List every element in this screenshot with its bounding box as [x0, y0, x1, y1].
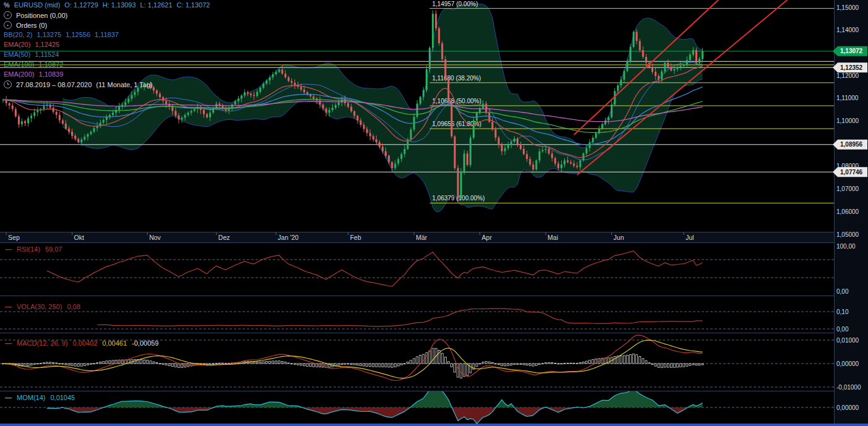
macd-hist-value: -0,00059	[132, 339, 158, 347]
rsi-title: RSI(14)	[17, 245, 40, 253]
ohlc-high: H: 1,13093	[103, 1, 136, 9]
app-root: 1,14957 (0.00%)1,11680 (38.20%)1,10668 (…	[0, 0, 868, 426]
mom-line-icon: —	[5, 394, 12, 401]
macd-signal-value: 0,00461	[102, 339, 127, 347]
bb-label: BB(20, 2)	[4, 31, 32, 38]
vola-title: VOLA(30, 250)	[17, 303, 62, 310]
mom-value: 0,01045	[50, 394, 75, 401]
price-axis[interactable]: 1,150001,140001,130001,120001,110001,100…	[833, 0, 868, 426]
price-tick-label: 1,14000	[836, 27, 859, 33]
price-tick-label: 1,15000	[836, 4, 859, 11]
orders-row[interactable]: • Orders (0)	[4, 21, 47, 29]
ema20-label: EMA(20)	[4, 41, 30, 48]
mom-panel[interactable]	[0, 383, 834, 424]
trend-line	[577, 0, 788, 175]
time-axis[interactable]: SepOktNovDezJan '20FebMärAprMaiJunJul	[0, 232, 834, 242]
orders-icon: •	[4, 21, 12, 29]
bollinger-fill	[62, 4, 702, 212]
legend-ema50-row[interactable]: EMA(50) 1,11524	[4, 51, 59, 58]
window-edge-bar	[0, 424, 868, 426]
mom-legend[interactable]: — MOM(14) 0,01045	[5, 394, 75, 401]
macd-axis-label: -0,01000	[836, 384, 861, 391]
vola-legend[interactable]: — VOLA(30, 250) 0,08	[5, 303, 80, 310]
month-label: Sep	[8, 234, 20, 241]
macd-axis-label: 0,01000	[836, 337, 859, 344]
legend-ohlc-row[interactable]: % EURUSD (mid) O: 1,12729 H: 1,13093 L: …	[4, 1, 210, 9]
ema100-value: 1,10872	[39, 61, 64, 68]
ema200-label: EMA(200)	[4, 70, 35, 78]
price-tick-label: 1,11000	[836, 95, 859, 101]
bb-lower-value: 1,11837	[95, 31, 119, 38]
ema100-label: EMA(100)	[4, 61, 35, 68]
macd-legend[interactable]: — MACD(12, 26, 9) 0,00402 0,00461 -0,000…	[5, 339, 159, 347]
rsi-line	[47, 251, 703, 287]
fib-level-label: 1,11680 (38.20%)	[432, 75, 481, 82]
vola-panel[interactable]	[0, 309, 834, 329]
ohlc-open: O: 1,12729	[64, 1, 98, 9]
ohlc-low: L: 1,12621	[140, 1, 173, 9]
date-range-duration: (11 Monate, 1 Tag)	[96, 81, 152, 88]
clock-icon	[4, 80, 12, 88]
price-tick-label: 1,06000	[836, 208, 859, 215]
rsi-value: 59,07	[45, 245, 62, 253]
mom-negative-area	[47, 407, 703, 424]
legend-ema200-row[interactable]: EMA(200) 1,10839	[4, 70, 63, 78]
positions-icon: +	[4, 11, 12, 19]
macd-title: MACD(12, 26, 9)	[17, 339, 68, 347]
price-tick-label: 1,12000	[836, 72, 859, 79]
ema50-value: 1,11524	[35, 51, 59, 58]
month-label: Jul	[685, 234, 694, 241]
price-badge-label: 1,07746	[840, 169, 863, 176]
month-label: Apr	[482, 234, 492, 241]
price-badge-label: 1,13072	[840, 48, 863, 54]
ohlc-close: C: 1,13072	[177, 1, 210, 9]
price-badge-label: 1,08956	[840, 141, 863, 148]
rsi-panel[interactable]	[0, 251, 834, 287]
month-label: Nov	[149, 234, 161, 241]
mom-axis-label: 0,00000	[836, 404, 859, 411]
instrument-name: EURUSD (mid)	[14, 1, 61, 9]
mom-title: MOM(14)	[17, 394, 45, 401]
macd-line-icon: —	[5, 339, 12, 347]
month-label: Feb	[350, 234, 361, 241]
price-tick-label: 1,10000	[836, 117, 859, 124]
rsi-axis-label: 100,00	[836, 243, 856, 250]
month-label: Jun	[614, 234, 624, 241]
ema50-label: EMA(50)	[4, 51, 30, 58]
legend-ema20-row[interactable]: EMA(20) 1,12425	[4, 41, 59, 48]
positions-row[interactable]: + Positionen (0,00)	[4, 11, 67, 19]
bb-mid-value: 1,12556	[66, 31, 90, 38]
price-tick-label: 1,07000	[836, 185, 859, 192]
fib-level-label: 1,10668 (50.00%)	[432, 98, 482, 104]
macd-value: 0,00402	[73, 339, 98, 347]
vola-value: 0,08	[67, 303, 80, 310]
month-label: Okt	[74, 234, 84, 241]
positions-label: Positionen (0,00)	[16, 12, 67, 19]
ema20-value: 1,12425	[35, 41, 59, 48]
legend-bb-row[interactable]: BB(20, 2) 1,13275 1,12556 1,11837	[4, 31, 119, 38]
month-label: Mär	[416, 234, 428, 241]
ema200-value: 1,10839	[39, 70, 64, 78]
orders-label: Orders (0)	[16, 22, 47, 29]
rsi-axis-label: 0,00	[836, 288, 849, 295]
chart-canvas[interactable]: 1,14957 (0.00%)1,11680 (38.20%)1,10668 (…	[0, 0, 868, 426]
main-chart-layer[interactable]: 1,14957 (0.00%)1,11680 (38.20%)1,10668 (…	[0, 0, 834, 212]
rsi-line-icon: —	[5, 245, 12, 253]
price-tick-label: 1,05000	[836, 231, 859, 238]
date-range-row[interactable]: 27.08.2019 – 08.07.2020 (11 Monate, 1 Ta…	[4, 80, 153, 88]
date-range: 27.08.2019 – 08.07.2020	[16, 81, 92, 88]
vola-axis-label: 0,00	[836, 326, 849, 333]
vola-line	[97, 309, 703, 326]
vola-line-icon: —	[5, 303, 12, 310]
fib-level-label: 1,14957 (0.00%)	[432, 1, 478, 7]
rsi-legend[interactable]: — RSI(14) 59,07	[5, 245, 62, 253]
month-label: Dez	[218, 234, 230, 241]
month-label: Mai	[548, 234, 558, 241]
legend-ema100-row[interactable]: EMA(100) 1,10872	[4, 61, 63, 68]
bb-upper-value: 1,13275	[37, 31, 61, 38]
month-label: Jan '20	[278, 234, 299, 241]
price-badge-label: 1,12352	[840, 64, 863, 71]
macd-axis-label: 0,00000	[836, 360, 859, 367]
instrument-icon: %	[4, 1, 10, 9]
vola-axis-label: 0,10	[836, 309, 849, 315]
